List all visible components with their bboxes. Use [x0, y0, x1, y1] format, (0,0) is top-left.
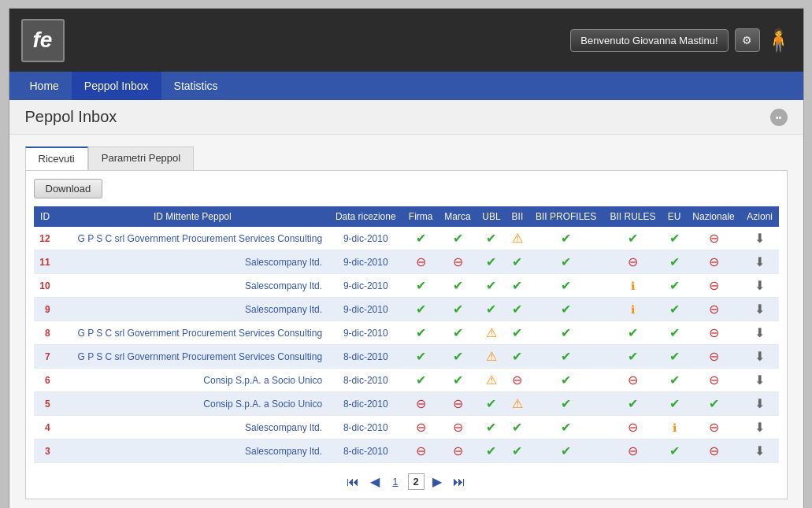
cell-azioni[interactable]: ⬇ — [741, 439, 779, 463]
cell-bii: ✔ — [506, 274, 528, 298]
cell-bii-profiles: ✔ — [528, 298, 603, 321]
tab-ricevuti[interactable]: Ricevuti — [25, 146, 88, 170]
nav-home[interactable]: Home — [17, 72, 72, 100]
tab-parametri-peppol[interactable]: Parametri Peppol — [88, 146, 194, 170]
settings-button[interactable]: ⚙ — [735, 28, 760, 52]
cell-bii: ✔ — [506, 298, 528, 321]
check-icon: ✔ — [561, 444, 571, 458]
cell-bii-rules: ⊖ — [603, 369, 662, 392]
cell-bii: ⚠ — [506, 227, 528, 250]
download-row-icon[interactable]: ⬇ — [755, 397, 765, 410]
cell-nazionale: ⊖ — [686, 274, 741, 298]
check-icon: ✔ — [416, 302, 426, 316]
download-row-icon[interactable]: ⬇ — [755, 255, 765, 269]
welcome-button[interactable]: Benvenuto Giovanna Mastinu! — [570, 29, 728, 52]
pagination: ⏮ ◀ 1 2 ▶ ⏭ — [34, 473, 779, 491]
nav-peppol-inbox[interactable]: Peppol Inbox — [72, 72, 161, 100]
cell-sender: G P S C srl Government Procurement Servi… — [57, 345, 328, 369]
check-icon: ✔ — [561, 279, 571, 292]
minus-icon: ⊖ — [453, 444, 463, 458]
page-2-button[interactable]: 2 — [408, 473, 425, 490]
cell-firma: ✔ — [402, 298, 438, 321]
table-row: 11 Salescompany ltd. 9-dic-2010 ⊖ ⊖ ✔ ✔ … — [34, 250, 779, 274]
table-body: 12 G P S C srl Government Procurement Se… — [34, 227, 779, 463]
cell-eu: ✔ — [662, 392, 687, 416]
check-icon: ✔ — [416, 232, 426, 245]
minus-icon: ⊖ — [512, 373, 522, 387]
minus-icon: ⊖ — [416, 397, 426, 410]
minus-icon: ⊖ — [709, 279, 719, 292]
tabs-row: Ricevuti Parametri Peppol — [25, 146, 788, 170]
check-icon: ✔ — [628, 350, 638, 363]
check-icon: ✔ — [561, 232, 571, 245]
check-icon: ✔ — [486, 255, 496, 269]
cell-eu: ✔ — [662, 298, 687, 321]
page-1-button[interactable]: 1 — [387, 474, 402, 489]
cell-azioni[interactable]: ⬇ — [741, 321, 779, 345]
check-icon: ✔ — [669, 232, 680, 245]
cell-marca: ⊖ — [439, 439, 476, 463]
cell-date: 9-dic-2010 — [328, 321, 402, 345]
cell-azioni[interactable]: ⬇ — [741, 369, 779, 392]
nav-statistics[interactable]: Statistics — [161, 72, 231, 100]
cell-id: 6 — [34, 369, 57, 392]
check-icon: ✔ — [453, 350, 463, 363]
warn-icon: ⚠ — [486, 326, 497, 339]
minus-icon: ⊖ — [453, 255, 463, 269]
cell-azioni[interactable]: ⬇ — [741, 298, 779, 321]
cell-sender: Consip S.p.A. a Socio Unico — [57, 369, 328, 392]
cell-bii-profiles: ✔ — [528, 369, 603, 392]
check-icon: ✔ — [512, 421, 522, 434]
download-row-icon[interactable]: ⬇ — [755, 302, 765, 316]
options-icon: •• — [776, 113, 782, 122]
page-options-button[interactable]: •• — [770, 109, 788, 126]
check-icon: ✔ — [669, 255, 680, 269]
cell-azioni[interactable]: ⬇ — [741, 250, 779, 274]
warn-icon: ⚠ — [486, 350, 497, 363]
download-row-icon[interactable]: ⬇ — [755, 373, 765, 387]
col-eu: EU — [662, 206, 687, 227]
check-icon: ✔ — [561, 421, 571, 434]
check-icon: ✔ — [669, 397, 680, 410]
cell-date: 8-dic-2010 — [328, 439, 402, 463]
cell-bii-rules: ⊖ — [603, 416, 662, 439]
avatar: 🧍 — [766, 24, 792, 56]
download-row-icon[interactable]: ⬇ — [755, 421, 765, 434]
last-page-button[interactable]: ⏭ — [450, 473, 469, 491]
table-row: 10 Salescompany ltd. 9-dic-2010 ✔ ✔ ✔ ✔ … — [34, 274, 779, 298]
download-button[interactable]: Download — [34, 179, 103, 198]
cell-bii-profiles: ✔ — [528, 439, 603, 463]
cell-azioni[interactable]: ⬇ — [741, 392, 779, 416]
download-row-icon[interactable]: ⬇ — [755, 444, 765, 458]
cell-nazionale: ⊖ — [686, 416, 741, 439]
header-right: Benvenuto Giovanna Mastinu! ⚙ 🧍 — [570, 24, 791, 56]
cell-azioni[interactable]: ⬇ — [741, 274, 779, 298]
check-icon: ✔ — [416, 350, 426, 363]
cell-azioni[interactable]: ⬇ — [741, 345, 779, 369]
content-area: Ricevuti Parametri Peppol Download ID ID… — [9, 135, 803, 508]
check-icon: ✔ — [512, 326, 522, 339]
settings-icon: ⚙ — [742, 34, 752, 46]
col-date: Data ricezione — [328, 206, 402, 227]
first-page-button[interactable]: ⏮ — [343, 473, 362, 491]
download-row-icon[interactable]: ⬇ — [755, 350, 765, 363]
download-row-icon[interactable]: ⬇ — [755, 232, 765, 245]
download-row-icon[interactable]: ⬇ — [755, 279, 765, 292]
check-icon: ✔ — [416, 373, 426, 387]
check-icon: ✔ — [486, 232, 496, 245]
logo: fe — [21, 19, 65, 62]
cell-nazionale: ⊖ — [686, 345, 741, 369]
cell-marca: ✔ — [439, 298, 476, 321]
cell-firma: ✔ — [402, 345, 438, 369]
cell-bii-rules: ✔ — [603, 345, 662, 369]
cell-azioni[interactable]: ⬇ — [741, 416, 779, 439]
next-page-button[interactable]: ▶ — [429, 473, 445, 491]
prev-page-button[interactable]: ◀ — [367, 473, 383, 491]
app-container: fe Benvenuto Giovanna Mastinu! ⚙ 🧍 Home … — [9, 8, 804, 508]
minus-icon: ⊖ — [416, 444, 426, 458]
cell-date: 8-dic-2010 — [328, 416, 402, 439]
cell-azioni[interactable]: ⬇ — [741, 227, 779, 250]
col-nazionale: Nazionale — [686, 206, 741, 227]
check-icon: ✔ — [669, 373, 680, 387]
download-row-icon[interactable]: ⬇ — [755, 326, 765, 339]
